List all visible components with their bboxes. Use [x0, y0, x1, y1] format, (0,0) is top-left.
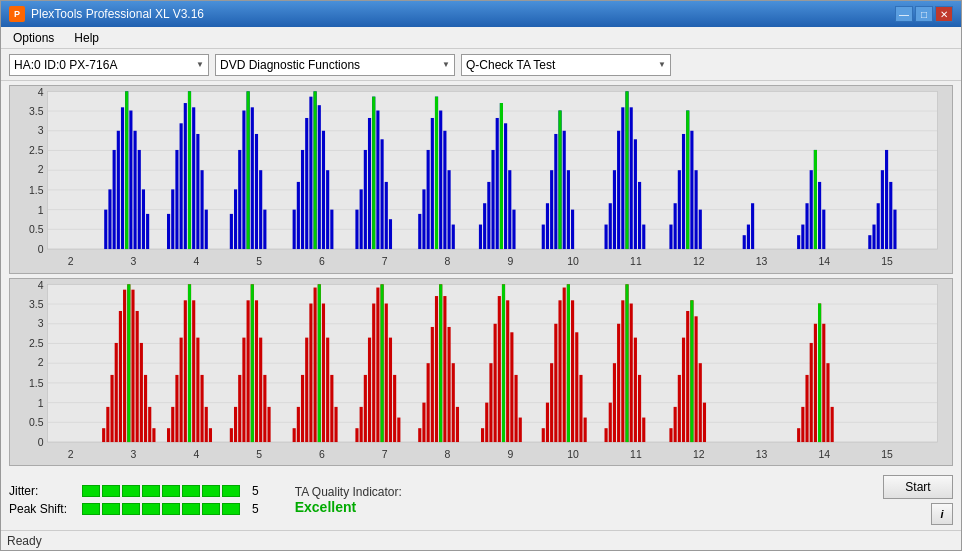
svg-rect-199 [144, 374, 147, 441]
svg-rect-304 [690, 300, 693, 442]
svg-rect-151 [881, 170, 884, 249]
svg-text:3: 3 [131, 255, 137, 267]
svg-text:4: 4 [193, 447, 199, 459]
svg-rect-153 [889, 182, 892, 249]
svg-rect-115 [571, 210, 574, 249]
main-content: 4 3.5 3 2.5 2 1.5 1 0.5 0 2 3 4 5 6 7 8 … [1, 81, 961, 470]
svg-rect-53 [196, 134, 199, 249]
svg-text:0.5: 0.5 [29, 415, 44, 427]
svg-rect-139 [751, 203, 754, 249]
menu-help[interactable]: Help [70, 29, 103, 47]
svg-text:5: 5 [256, 255, 262, 267]
peakshift-label: Peak Shift: [9, 502, 74, 516]
close-button[interactable]: ✕ [935, 6, 953, 22]
svg-rect-85 [385, 182, 388, 249]
bottom-bar: Jitter: 5 Peak Shift: [1, 470, 961, 530]
svg-rect-190 [106, 406, 109, 441]
maximize-button[interactable]: □ [915, 6, 933, 22]
svg-rect-67 [293, 210, 296, 249]
svg-rect-38 [121, 107, 124, 249]
svg-rect-216 [234, 406, 237, 441]
svg-rect-119 [613, 170, 616, 249]
svg-rect-95 [448, 170, 451, 249]
jitter-row: Jitter: 5 [9, 484, 259, 498]
peakshift-bar-3 [122, 503, 140, 515]
svg-rect-246 [389, 337, 392, 441]
svg-rect-75 [326, 170, 329, 249]
svg-rect-198 [140, 342, 143, 441]
svg-rect-124 [634, 139, 637, 249]
svg-text:2: 2 [38, 163, 44, 175]
svg-rect-87 [372, 97, 375, 249]
drive-arrow: ▼ [196, 60, 204, 69]
svg-rect-123 [630, 107, 633, 249]
svg-rect-234 [326, 337, 329, 441]
svg-rect-303 [703, 402, 706, 441]
svg-rect-41 [134, 131, 137, 249]
svg-text:14: 14 [818, 447, 830, 459]
svg-rect-271 [502, 284, 505, 442]
peakshift-row: Peak Shift: 5 [9, 502, 259, 516]
svg-text:11: 11 [630, 255, 642, 267]
svg-rect-192 [115, 342, 118, 441]
svg-text:1.5: 1.5 [29, 376, 44, 388]
svg-rect-288 [621, 300, 624, 442]
svg-rect-108 [542, 225, 545, 250]
test-value: Q-Check TA Test [466, 58, 555, 72]
minimize-button[interactable]: — [895, 6, 913, 22]
svg-rect-79 [360, 189, 363, 249]
svg-text:4: 4 [193, 255, 199, 267]
svg-text:8: 8 [445, 447, 451, 459]
svg-rect-194 [123, 289, 126, 441]
svg-rect-68 [297, 182, 300, 249]
svg-rect-251 [422, 402, 425, 441]
svg-rect-50 [184, 103, 187, 249]
svg-rect-196 [131, 289, 134, 441]
svg-text:2: 2 [68, 255, 74, 267]
svg-rect-106 [512, 210, 515, 249]
start-button[interactable]: Start [883, 475, 953, 499]
svg-rect-74 [322, 131, 325, 249]
svg-rect-313 [831, 406, 834, 441]
svg-rect-237 [318, 284, 321, 442]
svg-rect-298 [682, 337, 685, 441]
svg-rect-201 [152, 428, 155, 442]
menu-options[interactable]: Options [9, 29, 58, 47]
drive-dropdown[interactable]: HA:0 ID:0 PX-716A ▼ [9, 54, 209, 76]
svg-rect-131 [682, 134, 685, 249]
svg-rect-136 [686, 111, 689, 250]
svg-rect-101 [491, 150, 494, 249]
svg-text:7: 7 [382, 447, 388, 459]
app-logo: P [9, 6, 25, 22]
svg-rect-284 [605, 428, 608, 442]
svg-text:15: 15 [881, 447, 893, 459]
svg-rect-291 [634, 337, 637, 441]
jitter-bars [82, 485, 240, 497]
svg-rect-314 [818, 303, 821, 442]
svg-rect-96 [452, 225, 455, 250]
svg-rect-54 [200, 170, 203, 249]
svg-text:2: 2 [38, 356, 44, 368]
svg-rect-200 [148, 406, 151, 441]
svg-text:2: 2 [68, 447, 74, 459]
svg-text:10: 10 [567, 255, 579, 267]
svg-text:14: 14 [818, 255, 830, 267]
svg-rect-223 [263, 374, 266, 441]
svg-rect-143 [810, 170, 813, 249]
svg-rect-272 [542, 428, 545, 442]
svg-rect-263 [489, 363, 492, 442]
svg-rect-152 [885, 150, 888, 249]
info-button[interactable]: i [931, 503, 953, 525]
jitter-bar-8 [222, 485, 240, 497]
svg-rect-203 [167, 428, 170, 442]
function-dropdown[interactable]: DVD Diagnostic Functions ▼ [215, 54, 455, 76]
svg-rect-252 [427, 363, 430, 442]
svg-rect-265 [498, 296, 501, 442]
svg-rect-70 [305, 118, 308, 249]
svg-rect-211 [200, 374, 203, 441]
svg-rect-40 [129, 111, 132, 250]
test-arrow: ▼ [658, 60, 666, 69]
svg-rect-270 [519, 417, 522, 442]
svg-rect-250 [418, 428, 421, 442]
test-dropdown[interactable]: Q-Check TA Test ▼ [461, 54, 671, 76]
